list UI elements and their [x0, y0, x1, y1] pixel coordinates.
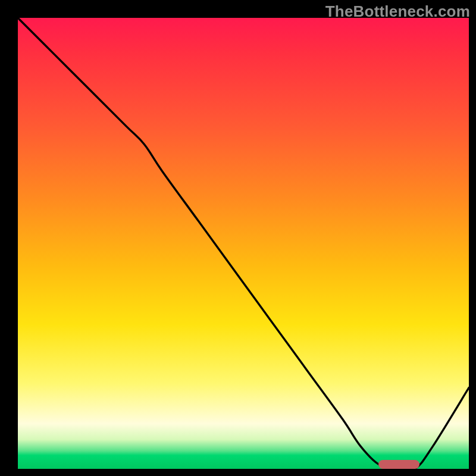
bottleneck-curve: [18, 18, 469, 469]
optimal-zone-marker: [378, 460, 419, 469]
watermark-text: TheBottleneck.com: [325, 2, 470, 21]
chart-plot-area: [18, 18, 469, 469]
